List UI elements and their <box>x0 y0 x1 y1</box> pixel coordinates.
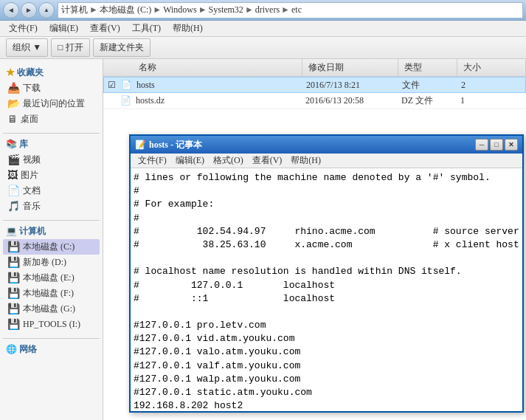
new-folder-button[interactable]: 新建文件夹 <box>93 38 150 57</box>
organize-button[interactable]: 组织 ▼ <box>6 38 48 57</box>
sidebar-item-e-drive[interactable]: 💾 本地磁盘 (E:) <box>3 270 100 286</box>
recent-icon: 📂 <box>7 97 20 110</box>
up-button[interactable]: ▲ <box>38 2 55 18</box>
e-drive-icon: 💾 <box>7 272 20 284</box>
notepad-window: 📝 hosts - 记事本 ─ □ ✕ 文件(F) 编辑(E) 格式(O) 查看… <box>129 134 524 413</box>
explorer-toolbar: 组织 ▼ □ 打开 新建文件夹 <box>0 37 526 59</box>
close-button[interactable]: ✕ <box>505 139 518 151</box>
g-drive-icon: 💾 <box>7 303 20 315</box>
sidebar-item-documents[interactable]: 📄 文档 <box>3 183 100 199</box>
minimize-button[interactable]: ─ <box>475 139 488 151</box>
network-section: 🌐 网络 <box>3 342 100 357</box>
menu-tools[interactable]: 工具(T) <box>126 21 167 36</box>
sidebar-divider-3 <box>3 338 100 339</box>
name-header[interactable]: 名称 <box>133 59 302 76</box>
sidebar-item-d-drive[interactable]: 💾 新加卷 (D:) <box>3 255 100 270</box>
sidebar-item-video[interactable]: 🎬 视频 <box>3 152 100 168</box>
music-icon: 🎵 <box>7 200 20 213</box>
sidebar-item-pictures[interactable]: 🖼 图片 <box>3 168 100 183</box>
downloads-icon: 📥 <box>7 82 20 94</box>
notepad-menu-edit[interactable]: 编辑(E) <box>171 154 209 168</box>
breadcrumb-computer[interactable]: 计算机 <box>61 4 88 16</box>
sidebar: ★ 收藏夹 📥 下载 📂 最近访问的位置 🖥 桌面 📚 库 🎬 视频 <box>0 59 103 420</box>
menu-edit[interactable]: 编辑(E) <box>44 21 84 36</box>
library-label[interactable]: 📚 库 <box>3 137 100 152</box>
notepad-menu-view[interactable]: 查看(V) <box>248 154 287 168</box>
pictures-icon: 🖼 <box>7 170 18 182</box>
notepad-menubar: 文件(F) 编辑(E) 格式(O) 查看(V) 帮助(H) <box>131 154 522 168</box>
sidebar-item-music[interactable]: 🎵 音乐 <box>3 199 100 214</box>
sidebar-item-c-drive[interactable]: 💾 本地磁盘 (C:) <box>3 239 100 255</box>
window-controls: ─ □ ✕ <box>475 139 518 151</box>
file-type: 文件 <box>399 79 458 92</box>
breadcrumb-drivers[interactable]: drivers <box>255 4 280 16</box>
forward-button[interactable]: ► <box>21 2 37 18</box>
sidebar-item-hp-drive[interactable]: 💾 HP_TOOLS (I:) <box>3 317 100 332</box>
breadcrumb-windows[interactable]: Windows <box>163 4 197 16</box>
favorites-label[interactable]: ★ 收藏夹 <box>3 65 100 80</box>
file-date: 2016/7/13 8:21 <box>303 80 399 91</box>
maximize-button[interactable]: □ <box>490 139 503 151</box>
network-label[interactable]: 🌐 网络 <box>3 342 100 357</box>
notepad-title: hosts - 记事本 <box>149 139 475 151</box>
breadcrumb[interactable]: 计算机 ► 本地磁盘 (C:) ► Windows ► System32 ► d… <box>58 2 523 18</box>
open-button[interactable]: □ 打开 <box>51 38 90 57</box>
file-date: 2016/6/13 20:58 <box>302 95 398 106</box>
c-drive-icon: 💾 <box>7 241 20 253</box>
f-drive-icon: 💾 <box>7 287 20 300</box>
file-list-header: 名称 修改日期 类型 大小 <box>103 59 526 77</box>
check-col <box>103 59 118 76</box>
library-section: 📚 库 🎬 视频 🖼 图片 📄 文档 🎵 音乐 <box>3 137 100 214</box>
sidebar-item-g-drive[interactable]: 💾 本地磁盘 (G:) <box>3 301 100 317</box>
table-row[interactable]: ☑ 📄 hosts 2016/7/13 8:21 文件 2 <box>103 77 526 93</box>
notepad-menu-file[interactable]: 文件(F) <box>134 154 171 168</box>
sidebar-divider-1 <box>3 133 100 134</box>
sidebar-divider-2 <box>3 220 100 221</box>
sidebar-item-recent[interactable]: 📂 最近访问的位置 <box>3 96 100 111</box>
file-size: 2 <box>458 80 525 91</box>
notepad-app-icon: 📝 <box>135 140 146 151</box>
breadcrumb-system32[interactable]: System32 <box>209 4 243 16</box>
sidebar-item-desktop[interactable]: 🖥 桌面 <box>3 111 100 127</box>
file-size: 1 <box>457 95 526 106</box>
video-icon: 🎬 <box>7 154 20 166</box>
file-icon: 📄 <box>118 95 133 106</box>
notepad-titlebar: 📝 hosts - 记事本 ─ □ ✕ <box>131 136 522 154</box>
address-bar: ◄ ► ▲ 计算机 ► 本地磁盘 (C:) ► Windows ► System… <box>0 0 526 21</box>
notepad-menu-help[interactable]: 帮助(H) <box>286 154 325 168</box>
breadcrumb-etc[interactable]: etc <box>291 4 302 16</box>
favorites-section: ★ 收藏夹 📥 下载 📂 最近访问的位置 🖥 桌面 <box>3 65 100 127</box>
hp-drive-icon: 💾 <box>7 318 20 331</box>
explorer-menubar: 文件(F) 编辑(E) 查看(V) 工具(T) 帮助(H) <box>0 21 526 37</box>
back-button[interactable]: ◄ <box>3 2 19 18</box>
file-type: DZ 文件 <box>398 94 457 107</box>
sidebar-item-downloads[interactable]: 📥 下载 <box>3 80 100 96</box>
breadcrumb-c[interactable]: 本地磁盘 (C:) <box>100 4 151 16</box>
sidebar-item-f-drive[interactable]: 💾 本地磁盘 (F:) <box>3 286 100 301</box>
size-header[interactable]: 大小 <box>457 59 526 76</box>
icon-col-header <box>118 59 133 76</box>
file-name: hosts.dz <box>133 95 302 106</box>
notepad-content[interactable]: # lines or following the machine name de… <box>131 168 522 411</box>
type-header[interactable]: 类型 <box>398 59 457 76</box>
file-name: hosts <box>134 80 303 91</box>
file-icon: 📄 <box>119 80 134 91</box>
menu-help[interactable]: 帮助(H) <box>167 21 209 36</box>
notepad-menu-format[interactable]: 格式(O) <box>209 154 248 168</box>
documents-icon: 📄 <box>7 185 20 197</box>
table-row[interactable]: 📄 hosts.dz 2016/6/13 20:58 DZ 文件 1 <box>103 93 526 109</box>
row-checkbox[interactable]: ☑ <box>104 80 119 91</box>
desktop-icon: 🖥 <box>7 114 18 125</box>
date-header[interactable]: 修改日期 <box>302 59 398 76</box>
menu-file[interactable]: 文件(F) <box>3 21 44 36</box>
menu-view[interactable]: 查看(V) <box>84 21 126 36</box>
d-drive-icon: 💾 <box>7 256 20 269</box>
nav-buttons: ◄ ► ▲ <box>3 2 55 18</box>
computer-section: 💻 计算机 💾 本地磁盘 (C:) 💾 新加卷 (D:) 💾 本地磁盘 (E:)… <box>3 224 100 332</box>
computer-label[interactable]: 💻 计算机 <box>3 224 100 239</box>
